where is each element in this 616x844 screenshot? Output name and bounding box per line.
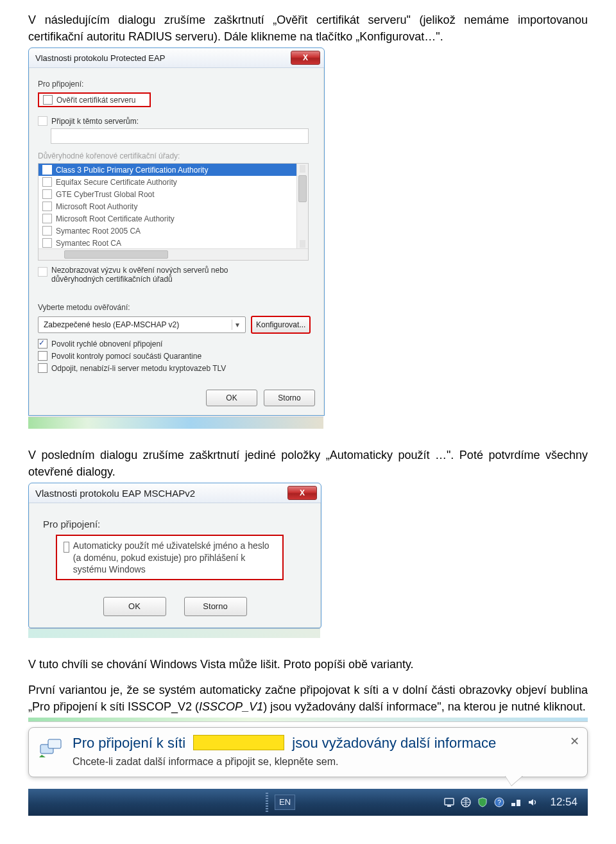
connect-to-label: Připojit k těmto serverům: [51,117,139,126]
list-horizontal-scrollbar[interactable] [38,248,308,260]
trusted-ca-list[interactable]: Class 3 Public Primary Certification Aut… [38,163,309,261]
noprompt-label: Nezobrazovat výzvu k ověření nových serv… [51,266,228,284]
auth-method-label: Vyberte metodu ověřování: [38,303,315,312]
ok-button[interactable]: OK [206,390,257,406]
auto-credentials-checkbox[interactable] [64,542,69,553]
chevron-down-icon: ▾ [232,320,243,330]
noprompt-checkbox[interactable] [38,267,47,277]
tray-network-icon[interactable] [510,797,522,808]
mschap-pro-label: Pro připojení: [43,519,309,530]
svg-rect-1 [48,739,61,748]
redacted-ssid [193,735,284,750]
tlv-checkbox[interactable] [38,363,47,373]
cancel-button[interactable]: Storno [184,597,247,616]
connect-to-checkbox[interactable] [38,116,47,126]
configure-button[interactable]: Konfigurovat... [251,316,311,334]
ca-row[interactable]: GTE CyberTrust Global Root [38,188,308,200]
tlv-label: Odpojit, nenabízí-li server metodu krypt… [51,364,226,373]
tray-volume-icon[interactable] [527,797,538,808]
list-vertical-scrollbar[interactable] [296,164,308,249]
connect-to-row: Připojit k těmto serverům: [38,116,315,126]
toast-title: Pro připojení k síti jsou vyžadovány dal… [73,734,496,752]
tlv-row[interactable]: Odpojit, nenabízí-li server metodu krypt… [38,363,315,373]
fast-reconnect-label: Povolit rychlé obnovení připojení [51,340,162,349]
ca-checkbox[interactable] [42,202,52,211]
peap-dialog: Vlastnosti protokolu Protected EAP X Pro… [28,47,325,416]
trusted-ca-label: Důvěryhodné kořenové certifikační úřady: [38,151,315,160]
mschap-dialog: Vlastnosti protokolu EAP MSCHAPv2 X Pro … [28,483,321,628]
peap-titlebar[interactable]: Vlastnosti protokolu Protected EAP X [29,48,324,68]
cancel-button[interactable]: Storno [264,390,315,406]
ca-row[interactable]: Class 3 Public Primary Certification Aut… [38,164,308,176]
tray-help-icon[interactable]: ? [493,797,505,808]
system-tray[interactable]: ? 12:54 [443,796,578,809]
desktop-strip [28,628,320,638]
taskbar-clock[interactable]: 12:54 [550,796,578,809]
mschap-title: Vlastnosti protokolu EAP MSCHAPv2 [35,488,195,499]
network-toast[interactable]: Pro připojení k síti jsou vyžadovány dal… [28,727,588,777]
verify-cert-checkbox-highlight: Ověřit certifikát serveru [38,92,151,107]
noprompt-row: Nezobrazovat výzvu k ověření nových serv… [38,266,315,284]
desktop-strip-top [28,718,588,722]
ca-row[interactable]: Equifax Secure Certificate Authority [38,176,308,188]
auth-method-value: Zabezpečené heslo (EAP-MSCHAP v2) [44,320,179,329]
taskbar[interactable]: EN ? 12:54 [28,789,588,816]
auto-credentials-label: Automaticky použít mé uživatelské jméno … [73,540,276,575]
connect-to-input[interactable] [51,128,309,144]
close-icon[interactable]: X [291,51,320,65]
verify-cert-checkbox[interactable] [43,95,53,105]
svg-rect-2 [445,798,454,805]
auth-method-select[interactable]: Zabezpečené heslo (EAP-MSCHAP v2) ▾ [38,316,246,333]
ca-row[interactable]: Microsoft Root Certificate Authority [38,212,308,225]
tray-shield-icon[interactable] [477,797,488,808]
quarantine-row[interactable]: Povolit kontroly pomocí součásti Quarant… [38,351,315,361]
quarantine-checkbox[interactable] [38,351,47,361]
verify-cert-label: Ověřit certifikát serveru [56,96,135,105]
ca-checkbox[interactable] [42,214,52,223]
fast-reconnect-row[interactable]: Povolit rychlé obnovení připojení [38,339,315,349]
ca-checkbox[interactable] [42,177,52,187]
peap-title: Vlastnosti protokolu Protected EAP [35,53,165,63]
toast-subtitle: Chcete-li zadat další informace a připoj… [73,756,496,768]
svg-rect-3 [447,805,451,807]
taskbar-separator [266,793,268,812]
ok-button[interactable]: OK [103,597,166,616]
tray-pc-icon[interactable] [443,797,455,808]
ca-checkbox[interactable] [42,226,52,236]
network-icon [38,734,64,760]
svg-text:?: ? [498,799,502,806]
ca-row[interactable]: Microsoft Root Authority [38,200,308,212]
tray-globe-icon[interactable] [460,797,472,808]
intro-paragraph-1: V následujícím dialogu zrušíme zaškrtnut… [28,12,588,45]
ca-row[interactable]: Symantec Root CA [38,237,308,248]
intro-paragraph-2: V posledním dialogu zrušíme zaškrtnutí j… [28,447,588,480]
svg-rect-8 [517,800,520,806]
close-icon[interactable]: ✕ [570,734,579,748]
ca-checkbox[interactable] [42,189,52,199]
ca-checkbox[interactable] [42,238,52,248]
mschap-titlebar[interactable]: Vlastnosti protokolu EAP MSCHAPv2 X [29,483,321,503]
quarantine-label: Povolit kontroly pomocí součásti Quarant… [51,352,201,361]
desktop-strip [28,417,323,429]
peap-pro-label: Pro připojení: [38,80,315,89]
language-indicator[interactable]: EN [275,795,295,810]
ca-checkbox[interactable] [42,165,52,175]
close-icon[interactable]: X [287,486,317,500]
intro-paragraph-3: V tuto chvíli se chování Windows Vista m… [28,656,588,673]
auto-credentials-highlight: Automaticky použít mé uživatelské jméno … [56,535,284,580]
svg-rect-7 [511,803,515,806]
fast-reconnect-checkbox[interactable] [38,339,47,349]
intro-paragraph-4: První variantou je, že se systém automat… [28,682,588,715]
ca-row[interactable]: Symantec Root 2005 CA [38,225,308,237]
